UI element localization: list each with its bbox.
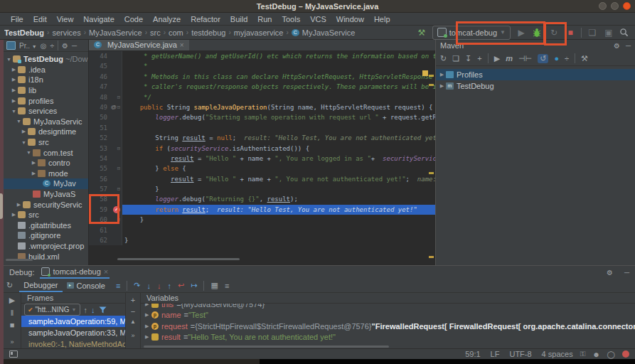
move-watch-up-icon[interactable]: ▲ xyxy=(130,318,136,325)
editor-gutter[interactable]: 50 xyxy=(89,112,122,122)
code-area[interactable]: 44 * getUserName() and getUserId() etc w… xyxy=(89,51,435,260)
add-maven-project-icon[interactable]: + xyxy=(477,54,481,63)
run-maven-goal-icon[interactable]: ▶ xyxy=(494,54,500,63)
chevron-collapsed-icon[interactable]: ▶ xyxy=(16,202,22,208)
chevron-expanded-icon[interactable]: ▼ xyxy=(11,109,17,114)
menu-item-refactor[interactable]: Refactor xyxy=(186,15,225,23)
variables-horizontal-scrollbar[interactable] xyxy=(144,346,389,348)
threads-view-icon[interactable]: ≡ xyxy=(225,282,229,290)
force-step-into-icon[interactable]: ↓ xyxy=(157,282,161,290)
fold-marker-icon[interactable]: ⊟ xyxy=(117,102,120,112)
breadcrumb-item[interactable]: MyJavaService xyxy=(302,28,356,37)
chevron-collapsed-icon[interactable]: ▶ xyxy=(11,67,17,73)
step-over-icon[interactable]: ↷ xyxy=(134,281,140,290)
chevron-expanded-icon[interactable]: ▼ xyxy=(6,57,12,62)
tree-item-securityservic[interactable]: ▶securityServic xyxy=(4,199,88,210)
breadcrumb-item[interactable]: testdebug xyxy=(191,28,225,37)
indent-indicator[interactable]: 4 spaces xyxy=(542,350,573,358)
editor-horizontal-scrollbar[interactable] xyxy=(117,258,240,260)
editor-gutter[interactable]: 47 xyxy=(89,82,122,92)
menu-item-file[interactable]: File xyxy=(6,15,28,23)
collapse-all-icon[interactable]: ÷ xyxy=(565,54,569,63)
editor-gutter[interactable]: 44 xyxy=(89,51,122,61)
chevron-collapsed-icon[interactable]: ▶ xyxy=(31,171,37,176)
previous-frame-icon[interactable]: ↑ xyxy=(84,306,88,314)
tree-item-lib[interactable]: ▶lib xyxy=(4,85,88,96)
editor-gutter[interactable]: 53⊟ xyxy=(89,144,122,154)
menu-item-navigate[interactable]: Navigate xyxy=(78,15,119,23)
chevron-collapsed-icon[interactable]: ▶ xyxy=(145,304,151,307)
frame-row[interactable]: sampleJavaOperation:59, My xyxy=(21,316,125,327)
project-view-dropdown[interactable]: Pr.. ▼ xyxy=(19,42,37,50)
gear-icon[interactable]: ⚙ xyxy=(62,42,68,50)
chevron-collapsed-icon[interactable]: ▶ xyxy=(11,87,17,93)
editor-gutter[interactable]: 46 xyxy=(89,72,122,82)
editor-gutter[interactable]: 55⊟ xyxy=(89,164,122,173)
editor-gutter[interactable]: 54 xyxy=(89,154,122,164)
menu-item-view[interactable]: View xyxy=(52,15,79,23)
collapse-all-icon[interactable]: ÷ xyxy=(50,42,54,50)
tab-console[interactable]: ▸Console xyxy=(63,279,110,292)
tree-item-myjavas[interactable]: MyJavaS xyxy=(4,189,88,200)
editor-gutter[interactable]: 51 xyxy=(89,123,122,133)
tree-item-contro[interactable]: ▶contro xyxy=(4,158,88,168)
editor-gutter[interactable]: 49@⊟ xyxy=(89,102,122,112)
editor-gutter[interactable]: 48⊟ xyxy=(89,92,122,102)
thread-selector-combo[interactable]: ✔ "htt...NING ▼ xyxy=(24,304,80,316)
skip-tests-icon[interactable]: ↺ xyxy=(538,54,548,63)
download-sources-icon[interactable]: ↧ xyxy=(465,54,471,63)
step-into-icon[interactable]: ↓ xyxy=(147,282,151,290)
chevron-expanded-icon[interactable]: ▼ xyxy=(26,150,32,155)
generate-sources-icon[interactable]: ❏ xyxy=(452,54,459,63)
maven-settings-icon[interactable]: ⚒ xyxy=(581,54,588,63)
evaluate-expression-icon[interactable]: ▦ xyxy=(210,281,218,290)
tree-item-services[interactable]: ▼services xyxy=(4,106,88,117)
fold-marker-icon[interactable]: ⊟ xyxy=(117,92,120,102)
gear-icon[interactable]: ⚙ xyxy=(607,269,613,277)
remove-watch-icon[interactable]: − xyxy=(131,307,135,316)
minimize-button[interactable] xyxy=(599,2,607,10)
tree-item-com-test[interactable]: ▼com.test xyxy=(4,147,88,158)
toggle-offline-icon[interactable]: ⊣⊢ xyxy=(518,54,532,63)
editor-gutter[interactable]: 52 xyxy=(89,133,122,143)
menu-item-help[interactable]: Help xyxy=(369,15,395,23)
editor-gutter[interactable]: 62 xyxy=(89,235,122,245)
tree-item-profiles[interactable]: ▶profiles xyxy=(4,95,88,106)
chevron-collapsed-icon[interactable]: ▶ xyxy=(439,72,445,77)
next-frame-icon[interactable]: ↓ xyxy=(91,306,95,314)
build-hammer-icon[interactable]: ⚒ xyxy=(416,27,427,38)
tree-item--wmproject-prop[interactable]: .wmproject.prop xyxy=(4,241,88,252)
add-watch-icon[interactable]: + xyxy=(131,296,135,304)
editor-gutter[interactable]: 45 xyxy=(89,61,122,71)
gear-icon[interactable]: ⚙ xyxy=(614,42,620,50)
run-dashboard-icon[interactable]: ▣ xyxy=(603,27,614,38)
menu-item-window[interactable]: Window xyxy=(331,15,369,23)
menu-item-vcs[interactable]: VCS xyxy=(305,15,331,23)
more-actions-icon[interactable]: » xyxy=(131,332,134,339)
notifications-bell-icon[interactable]: ◯ xyxy=(607,350,615,358)
editor-gutter[interactable]: 57⊟ xyxy=(89,184,122,194)
chevron-collapsed-icon[interactable]: ▶ xyxy=(11,77,17,82)
tree-item-designtime[interactable]: ▶designtime xyxy=(4,127,88,137)
menu-item-build[interactable]: Build xyxy=(225,15,252,23)
tree-item-myjavaservic[interactable]: ▼MyJavaServic xyxy=(4,117,88,127)
caret-position[interactable]: 59:1 xyxy=(465,350,480,358)
frame-row[interactable]: sampleJavaOperation:33, My xyxy=(21,327,125,338)
chevron-collapsed-icon[interactable]: ▶ xyxy=(145,323,151,329)
hide-panel-icon[interactable]: ─ xyxy=(624,269,629,277)
execute-maven-goal-icon[interactable]: m xyxy=(506,54,513,63)
fold-marker-icon[interactable]: ⊟ xyxy=(117,144,120,154)
chevron-collapsed-icon[interactable]: ▶ xyxy=(145,312,151,318)
maven-item-testdebug[interactable]: ▶mTestDebug xyxy=(436,80,635,92)
drop-frame-icon[interactable]: ↩ xyxy=(178,281,184,290)
variable-row-request[interactable]: ▶prequest= {StrictHttpFirewall$StrictFir… xyxy=(141,321,635,332)
rerun-icon[interactable]: ↻ xyxy=(6,281,13,290)
close-tab-icon[interactable]: × xyxy=(180,41,184,49)
tree-item-i18n[interactable]: ▶i18n xyxy=(4,75,88,85)
variable-row-name[interactable]: ▶pname= "Test" xyxy=(141,310,635,321)
tree-item-src[interactable]: ▼src xyxy=(4,137,88,148)
tree-item-src[interactable]: ▶src xyxy=(4,210,88,220)
editor-gutter[interactable]: 56 xyxy=(89,174,122,184)
maven-item-profiles[interactable]: ▶Profiles xyxy=(436,69,635,80)
error-badge[interactable] xyxy=(622,350,629,358)
